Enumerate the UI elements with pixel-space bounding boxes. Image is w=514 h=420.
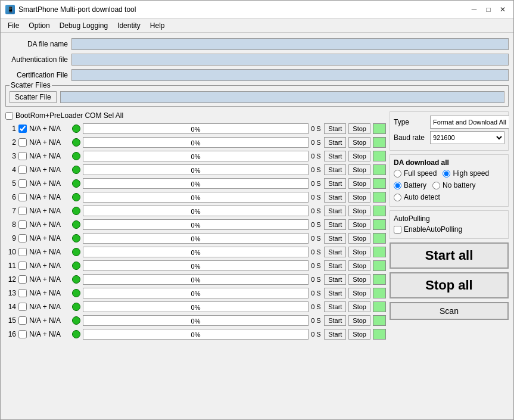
port-number: 2 xyxy=(5,138,16,147)
port-stop-button[interactable]: Stop xyxy=(348,315,370,326)
minimize-button[interactable]: ─ xyxy=(468,4,480,15)
port-stop-button[interactable]: Stop xyxy=(348,260,370,271)
auth-file-input[interactable] xyxy=(71,54,509,66)
port-stop-button[interactable]: Stop xyxy=(348,233,370,244)
port-checkbox[interactable] xyxy=(18,152,27,160)
auto-detect-radio[interactable] xyxy=(394,194,401,201)
port-checkbox[interactable] xyxy=(18,316,27,325)
port-os-status: 0 S xyxy=(311,166,322,173)
maximize-button[interactable]: □ xyxy=(482,4,494,15)
port-stop-button[interactable]: Stop xyxy=(348,151,370,161)
port-checkbox[interactable] xyxy=(18,262,27,270)
port-label: N/A + N/A xyxy=(29,316,70,325)
da-download-title: DA download all xyxy=(394,158,504,167)
port-start-button[interactable]: Start xyxy=(324,329,346,340)
menu-debug-logging[interactable]: Debug Logging xyxy=(55,20,113,31)
port-start-button[interactable]: Start xyxy=(324,151,346,161)
port-start-button[interactable]: Start xyxy=(324,137,346,148)
port-stop-button[interactable]: Stop xyxy=(348,123,370,134)
port-checkbox[interactable] xyxy=(18,330,27,338)
sel-all-checkbox[interactable] xyxy=(5,112,13,120)
port-start-button[interactable]: Start xyxy=(324,233,346,244)
start-all-button[interactable]: Start all xyxy=(390,242,509,269)
port-os-status: 0 S xyxy=(311,221,322,228)
port-stop-button[interactable]: Stop xyxy=(348,164,370,175)
port-checkbox[interactable] xyxy=(18,166,27,174)
port-start-button[interactable]: Start xyxy=(324,301,346,312)
no-battery-radio[interactable] xyxy=(432,182,440,189)
scatter-file-input[interactable] xyxy=(60,91,504,103)
port-stop-button[interactable]: Stop xyxy=(348,137,370,148)
port-indicator xyxy=(373,329,386,340)
port-stop-button[interactable]: Stop xyxy=(348,206,370,216)
port-indicator xyxy=(373,164,386,175)
port-progress-bar: 0% xyxy=(83,233,309,244)
port-start-button[interactable]: Start xyxy=(324,274,346,285)
port-stop-button[interactable]: Stop xyxy=(348,301,370,312)
auth-file-row: Authentication file xyxy=(5,53,509,66)
da-file-input[interactable] xyxy=(71,38,509,50)
type-label: Type xyxy=(394,118,426,126)
scan-button[interactable]: Scan xyxy=(390,302,509,320)
high-speed-radio[interactable] xyxy=(443,170,450,178)
port-led xyxy=(72,220,80,229)
port-checkbox[interactable] xyxy=(18,220,27,229)
port-start-button[interactable]: Start xyxy=(324,288,346,298)
close-button[interactable]: ✕ xyxy=(497,4,509,15)
port-stop-button[interactable]: Stop xyxy=(348,192,370,203)
port-row: 2 N/A + N/A 0% 0 S Start Stop xyxy=(5,136,386,149)
port-checkbox[interactable] xyxy=(18,248,27,256)
port-indicator xyxy=(373,233,386,244)
port-start-button[interactable]: Start xyxy=(324,178,346,189)
port-start-button[interactable]: Start xyxy=(324,219,346,230)
baud-select[interactable]: 921600 460800 230400 115200 xyxy=(430,131,504,144)
stop-all-button[interactable]: Stop all xyxy=(390,272,509,298)
port-stop-button[interactable]: Stop xyxy=(348,247,370,257)
port-start-button[interactable]: Start xyxy=(324,315,346,326)
port-start-button[interactable]: Start xyxy=(324,206,346,216)
port-os-status: 0 S xyxy=(311,317,322,324)
port-os-status: 0 S xyxy=(311,262,322,269)
port-number: 12 xyxy=(5,275,16,284)
port-number: 13 xyxy=(5,289,16,297)
port-stop-button[interactable]: Stop xyxy=(348,329,370,340)
port-checkbox[interactable] xyxy=(18,138,27,147)
port-start-button[interactable]: Start xyxy=(324,123,346,134)
full-speed-radio[interactable] xyxy=(394,170,401,178)
cert-file-input[interactable] xyxy=(71,69,509,81)
port-label: N/A + N/A xyxy=(29,234,70,242)
port-number: 11 xyxy=(5,262,16,270)
port-checkbox[interactable] xyxy=(18,289,27,297)
port-checkbox[interactable] xyxy=(18,179,27,188)
menu-file[interactable]: File xyxy=(3,20,24,31)
port-stop-button[interactable]: Stop xyxy=(348,274,370,285)
port-indicator xyxy=(373,178,386,189)
port-stop-button[interactable]: Stop xyxy=(348,219,370,230)
port-checkbox[interactable] xyxy=(18,193,27,201)
port-start-button[interactable]: Start xyxy=(324,260,346,271)
type-select[interactable]: Format and Download All Download Only Fi… xyxy=(430,116,509,129)
battery-radio[interactable] xyxy=(394,182,401,189)
body-area: BootRom+PreLoader COM Sel All 1 N/A + N/… xyxy=(5,111,509,415)
port-checkbox[interactable] xyxy=(18,303,27,311)
port-start-button[interactable]: Start xyxy=(324,192,346,203)
port-stop-button[interactable]: Stop xyxy=(348,288,370,298)
autopull-section: AutoPulling EnableAutoPolling xyxy=(390,210,509,239)
port-checkbox[interactable] xyxy=(18,125,27,133)
menu-identity[interactable]: Identity xyxy=(113,20,145,31)
scatter-file-button[interactable]: Scatter File xyxy=(10,91,57,103)
port-progress-bar: 0% xyxy=(83,315,309,326)
port-checkbox[interactable] xyxy=(18,275,27,284)
menu-help[interactable]: Help xyxy=(145,20,170,31)
port-start-button[interactable]: Start xyxy=(324,247,346,257)
port-stop-button[interactable]: Stop xyxy=(348,178,370,189)
high-speed-label: High speed xyxy=(453,169,489,178)
enable-autopull-checkbox[interactable] xyxy=(394,226,401,234)
type-baud-section: Type Format and Download All Download On… xyxy=(390,111,509,151)
port-number: 14 xyxy=(5,303,16,311)
port-start-button[interactable]: Start xyxy=(324,164,346,175)
port-progress-bar: 0% xyxy=(83,192,309,203)
port-checkbox[interactable] xyxy=(18,207,27,215)
menu-option[interactable]: Option xyxy=(24,20,54,31)
port-checkbox[interactable] xyxy=(18,234,27,242)
